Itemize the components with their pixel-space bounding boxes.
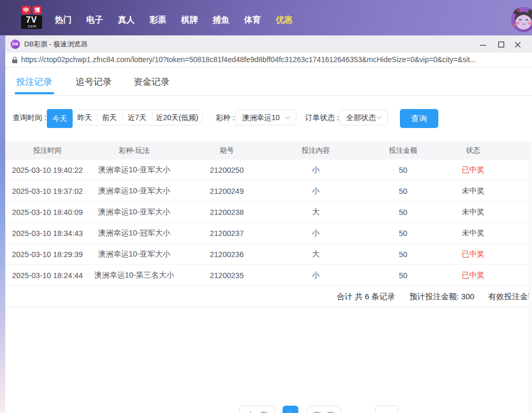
minimize-button[interactable] [475,36,491,53]
table-row: 2025-03-10 18:34:43 澳洲幸运10-冠军大小 21200237… [5,223,532,244]
cell-time: 2025-03-10 18:34:43 [5,229,89,238]
close-icon [514,41,521,48]
cell-status: 已中奖 [449,165,497,175]
site-navbar: 申 博 7V .com 热门 电子 真人 彩票 棋牌 捕鱼 体育 优惠 [0,0,532,35]
cell-amount: 50 [357,166,449,174]
active-tab-underline [15,92,54,94]
record-tabs: 投注记录 追号记录 资金记录 [5,67,532,96]
col-game-play: 彩种-玩法 [89,146,179,155]
cell-content: 小 [275,270,357,280]
time-option-day-before[interactable]: 前天 [97,110,122,125]
browser-app-icon: DB [11,40,20,49]
cell-time: 2025-03-10 18:40:09 [5,208,89,217]
address-bar[interactable]: https://ctop02pchwp1.zfnc84.com/lottery/… [5,53,532,67]
minimize-icon [479,41,487,48]
logo-box: 7V .com [21,15,42,29]
user-avatar[interactable] [511,7,532,32]
logo-badge-2: 博 [33,6,42,14]
cell-issue: 21200250 [179,166,275,174]
browser-window: DB DB彩票 - 极速浏览器 https://ctop02pchwp1.zfn… [5,35,532,413]
nav-item-live[interactable]: 真人 [117,15,135,26]
site-logo[interactable]: 申 博 7V .com [21,6,42,29]
col-status: 状态 [449,146,497,155]
summary-valid-amount: 有效投注金额 [488,286,532,307]
cell-game: 澳洲幸运10-亚军大小 [89,186,179,196]
table-header: 投注时间 彩种-玩法 期号 投注内容 投注金额 状态 [5,141,532,160]
cell-content: 小 [275,165,357,175]
window-title: DB彩票 - 极速浏览器 [24,36,88,53]
nav-item-fishing[interactable]: 捕鱼 [212,15,230,26]
col-content: 投注内容 [275,146,357,155]
cell-issue: 21200236 [179,250,275,259]
cell-status: 已中奖 [449,249,497,259]
page-content: 投注记录 追号记录 资金记录 查询时间 : 今天 昨天 前天 近7天 近20天(… [5,67,532,413]
table-row: 2025-03-10 18:29:39 澳洲幸运10-亚军大小 21200236… [5,244,532,265]
time-filter-label: 查询时间 : [13,110,46,126]
table-row: 2025-03-10 19:37:02 澳洲幸运10-亚军大小 21200249… [5,181,532,202]
search-button[interactable]: 查询 [400,109,438,128]
table-row: 2025-03-10 18:24:44 澳洲幸运10-第三名大小 2120023… [5,265,532,286]
cell-amount: 50 [357,229,449,238]
nav-item-promo[interactable]: 优惠 [275,15,293,26]
pagination-jump-box[interactable] [375,406,398,413]
maximize-icon [498,41,505,48]
table-summary: 合计 共 6 条记录 预计投注金额: 300 有效投注金额 [5,286,532,307]
time-option-7days[interactable]: 近7天 [122,110,152,125]
cell-amount: 50 [357,187,449,195]
tab-bet-records[interactable]: 投注记录 [16,67,53,96]
table-row: 2025-03-10 18:40:09 澳洲幸运10-亚军大小 21200238… [5,202,532,223]
lottery-select[interactable]: 澳洲幸运10 [235,110,296,125]
chevron-down-icon [285,116,290,120]
cell-time: 2025-03-10 19:40:22 [5,166,89,174]
cell-issue: 21200249 [179,187,275,195]
url-text[interactable]: https://ctop02pchwp1.zfnc84.com/lottery/… [21,53,476,67]
cell-status: 未中奖 [449,186,497,196]
nav-item-hot[interactable]: 热门 [54,15,72,26]
cell-content: 大 [275,249,357,259]
col-amount: 投注金额 [357,146,449,155]
tab-fund-records[interactable]: 资金记录 [133,67,170,96]
cell-time: 2025-03-10 18:29:39 [5,250,89,259]
table-row: 2025-03-10 19:40:22 澳洲幸运10-亚军大小 21200250… [5,160,532,181]
time-filter-group: 昨天 前天 近7天 近20天(低频) [72,110,203,125]
cell-game: 澳洲幸运10-亚军大小 [89,249,179,259]
pagination-prev-button[interactable]: 上一页 [239,406,275,413]
cell-status: 已中奖 [449,270,497,280]
lottery-filter-label: 彩种 : [216,110,235,126]
cell-game: 澳洲幸运10-冠军大小 [89,228,179,238]
cell-content: 小 [275,186,357,196]
maximize-button[interactable] [493,36,509,53]
col-bet-time: 投注时间 [5,146,89,155]
pagination-page-1[interactable]: 1 [283,406,298,413]
logo-badge-1: 申 [22,6,31,14]
nav-item-lottery[interactable]: 彩票 [149,15,167,26]
nav-item-slots[interactable]: 电子 [86,15,104,26]
cell-game: 澳洲幸运10-第三名大小 [89,270,179,280]
cell-amount: 50 [357,250,449,259]
close-button[interactable] [510,36,526,53]
pagination-next-button[interactable]: 下一页 [307,406,341,413]
time-option-yesterday[interactable]: 昨天 [73,110,97,125]
summary-expected-amount: 预计投注金额: 300 [409,286,474,307]
cell-game: 澳洲幸运10-亚军大小 [89,207,179,217]
scrollbar[interactable] [529,141,532,413]
cell-amount: 50 [357,208,449,217]
summary-total: 合计 共 6 条记录 [337,286,395,307]
nav-item-sports[interactable]: 体育 [244,15,262,26]
status-filter-label: 订单状态 : [305,110,339,126]
cell-amount: 50 [357,271,449,280]
nav-item-chess[interactable]: 棋牌 [180,15,198,26]
cell-issue: 21200237 [179,229,275,238]
order-status-select[interactable]: 全部状态 [339,110,388,125]
cell-time: 2025-03-10 19:37:02 [5,187,89,195]
cell-issue: 21200238 [179,208,275,217]
site-nav-menu: 热门 电子 真人 彩票 棋牌 捕鱼 体育 优惠 [54,0,293,35]
window-titlebar[interactable]: DB DB彩票 - 极速浏览器 [5,35,532,53]
time-option-20days[interactable]: 近20天(低频) [152,110,202,125]
chevron-down-icon [376,116,382,120]
tab-chase-records[interactable]: 追号记录 [75,67,112,96]
time-option-today[interactable]: 今天 [47,109,73,128]
cell-issue: 21200235 [179,271,275,280]
cell-status: 未中奖 [449,228,497,238]
record-panel: 投注记录 追号记录 资金记录 查询时间 : 今天 昨天 前天 近7天 近20天(… [5,67,532,413]
